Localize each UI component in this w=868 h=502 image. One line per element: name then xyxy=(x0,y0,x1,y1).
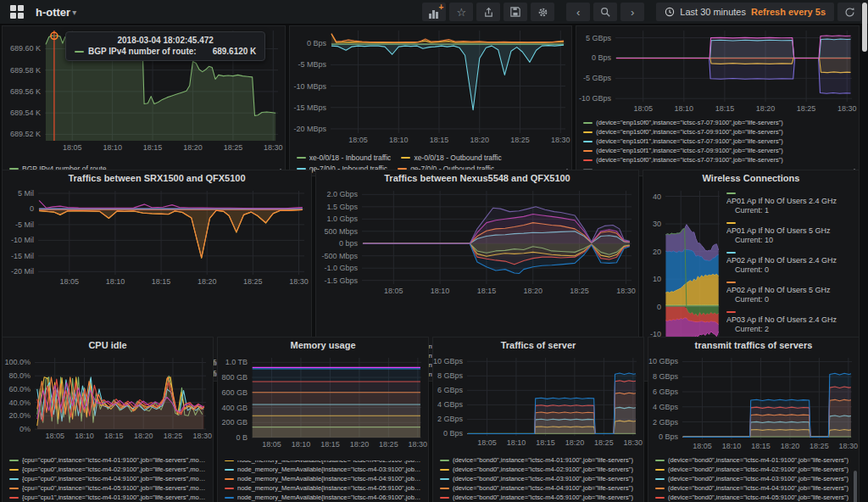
legend-item[interactable]: AP02 Ap If No Of Users 5 GHzCurrent: 0 xyxy=(726,277,855,304)
legend-label: {cpu="cpu0",instance="ictsc-m4-05:9100",… xyxy=(22,483,208,493)
legend-item[interactable]: xe-0/0/18 - Outbound traffic xyxy=(401,153,501,163)
x-tick-label: 18:20 xyxy=(781,442,800,450)
y-tick-label: -5 Mil xyxy=(15,220,34,229)
legend-item[interactable]: (device="enp1s0f1",instance="ictsc-s7-07… xyxy=(583,137,854,146)
legend-item[interactable]: {cpu="cpu0",instance="ictsc-m4-04:9100",… xyxy=(9,474,208,483)
legend-label: AP02 Ap If No Of Users 2.4 GHz xyxy=(726,256,855,265)
chart-server-transmit-traffic[interactable]: 10 GBps8 GBps6 GBps4 GBps2 GBps0 Bps18:0… xyxy=(648,354,859,455)
y-tick-label: 5 Mil xyxy=(18,189,34,198)
legend-swatch xyxy=(655,478,665,480)
y-tick-label: 0 Bps xyxy=(443,429,464,438)
legend-current-value: Current: 10 xyxy=(726,236,855,245)
tooltip-series-label: BGP IPv4 number of route: xyxy=(88,47,197,56)
legend-item[interactable]: (device="enp1s0f0",instance="ictsc-s7-09… xyxy=(583,127,854,137)
legend-item[interactable]: (device="enp1s0f0",instance="ictsc-s7-07… xyxy=(583,118,854,127)
chart-nexus-qfx-traffic[interactable]: 2.0 Gbps1.5 Gbps1.0 Gbps500 Mbps0 bps-50… xyxy=(316,187,638,342)
x-tick-label: 18:10 xyxy=(75,432,94,440)
panel-title[interactable]: transmit traffics of servers xyxy=(648,337,859,354)
legend-item[interactable]: (device="bond0",instance="ictsc-m4-02:91… xyxy=(440,465,638,474)
legend-item[interactable]: (device="bond0",instance="ictsc-m4-01:91… xyxy=(655,455,854,465)
save-button[interactable] xyxy=(504,3,527,21)
panel-title[interactable]: Wireless Connections xyxy=(643,170,859,187)
panel-title[interactable]: Traffics between Nexus5548 and QFX5100 xyxy=(316,170,638,187)
add-panel-button[interactable]: + xyxy=(422,3,446,21)
y-tick-label: 0 xyxy=(30,204,34,213)
legend-item[interactable]: (device="bond0",instance="ictsc-m4-03:91… xyxy=(440,474,638,483)
panel-bgp-routes: 2018-03-04 18:02:45.472 BGP IPv4 number … xyxy=(2,25,286,176)
legend-item[interactable]: AP01 Ap If No Of Users 2.4 GHzCurrent: 1 xyxy=(726,188,855,215)
x-tick-label: 18:25 xyxy=(797,104,816,113)
legend-label: (device="bond0",instance="ictsc-m4-01:91… xyxy=(668,455,849,465)
legend-item[interactable]: AP03 Ap If No Of Users 2.4 GHzCurrent: 2 xyxy=(726,307,855,334)
legend-item[interactable]: {cpu="cpu0",instance="ictsc-m4-01:9100",… xyxy=(9,455,208,465)
panel-title[interactable]: Traffics of server xyxy=(433,337,643,354)
legend-item[interactable]: node_memory_MemAvailable{instance="ictsc… xyxy=(225,474,423,483)
chart-cpu-idle[interactable]: 100.0%80.0%60.0%40.0%20.0%0%18:0518:1018… xyxy=(3,354,213,455)
time-picker[interactable]: Last 30 minutes Refresh every 5s xyxy=(656,3,834,21)
y-tick-label: 8 GBps xyxy=(437,371,464,380)
legend-swatch xyxy=(225,469,234,471)
legend-label: (device="enp1s0f0",instance="ictsc-s7-09… xyxy=(596,127,782,137)
legend-item[interactable]: node_memory_MemAvailable{instance="ictsc… xyxy=(225,493,423,502)
refresh-button[interactable] xyxy=(837,3,861,21)
x-tick-label: 18:10 xyxy=(675,104,694,113)
panel-title[interactable]: CPU idle xyxy=(3,337,213,354)
y-tick-label: 20.0% xyxy=(8,411,31,420)
page-scrollbar[interactable] xyxy=(862,3,867,52)
legend-item[interactable]: (device="bond0",instance="ictsc-m4-03:91… xyxy=(655,474,854,483)
legend-swatch xyxy=(583,150,593,152)
legend-item[interactable]: (device="bond0",instance="ictsc-m4-04:91… xyxy=(655,483,854,493)
legend-item[interactable]: (device="bond0",instance="ictsc-m4-05:91… xyxy=(440,493,638,502)
y-tick-label: 689.58 K xyxy=(10,66,41,75)
panel-server-nic-traffic: 5 GBps0 Bps-5 GBps-10 GBps18:0518:1018:1… xyxy=(576,25,860,176)
y-tick-label: 100.0% xyxy=(4,358,31,366)
legend-item[interactable]: {cpu="cpu0",instance="ictsc-m4-05:9100",… xyxy=(9,483,208,493)
dashboard-picker[interactable]: h-otter ▾ xyxy=(31,6,76,19)
legend-item[interactable]: node_memory_MemAvailable{instance="ictsc… xyxy=(225,465,423,474)
time-back-button[interactable]: ‹ xyxy=(566,3,590,21)
plus-icon: + xyxy=(438,3,443,12)
star-button[interactable]: ☆ xyxy=(449,3,473,21)
settings-button[interactable] xyxy=(531,3,554,21)
y-tick-label: 2 GBps xyxy=(437,415,464,423)
share-button[interactable] xyxy=(476,3,500,21)
zoom-out-button[interactable] xyxy=(593,3,617,21)
y-tick-label: 5 GBps xyxy=(586,34,612,42)
dashboards-icon[interactable] xyxy=(10,5,24,19)
x-tick-label: 18:30 xyxy=(624,438,643,447)
legend-item[interactable]: (device="bond0",instance="ictsc-m4-05:91… xyxy=(655,493,854,502)
chart-server-traffic[interactable]: 10 GBps8 GBps6 GBps4 GBps2 GBps0 Bps18:0… xyxy=(433,354,643,455)
legend-item[interactable]: {cpu="cpu0",instance="ictsc-m4-02:9100",… xyxy=(9,465,208,474)
legend-item[interactable]: node_memory_MemAvailable{instance="ictsc… xyxy=(225,483,423,493)
legend-scrollbar[interactable] xyxy=(854,471,857,502)
legend-item[interactable]: (device="enp1s0f0",instance="ictsc-s7-07… xyxy=(583,155,854,165)
legend-label: (device="bond0",instance="ictsc-m4-03:91… xyxy=(668,474,849,483)
legend-item[interactable]: {cpu="cpu1",instance="ictsc-m4-01:9100",… xyxy=(9,493,208,502)
chart-srx-qfx-traffic[interactable]: 5 Mil0-5 Mil-10 Mil-15 Mil-20 Mil18:0518… xyxy=(3,187,311,336)
y-tick-label: 0 B xyxy=(236,433,248,442)
chart-server-nic-traffic[interactable]: 5 GBps0 Bps-5 GBps-10 GBps18:0518:1018:1… xyxy=(576,26,859,118)
legend-item[interactable]: xe-0/0/18 - Inbound traffic xyxy=(297,153,392,163)
legend-item[interactable]: (device="enp1s0f1",instance="ictsc-s7-09… xyxy=(583,146,854,155)
legend-label: (device="bond0",instance="ictsc-m4-05:91… xyxy=(668,493,849,502)
chart-interface-traffic[interactable]: 0 Bps-5 MBps-10 MBps-15 MBps-20 MBps18:0… xyxy=(290,26,572,153)
y-tick-label: 0% xyxy=(19,425,31,433)
chart-memory-usage[interactable]: 1.0 TB800 GB600 GB400 GB200 GB0 B18:0518… xyxy=(218,354,428,460)
legend-current-value: Current: 0 xyxy=(726,295,855,304)
panel-title[interactable]: Memory usage xyxy=(218,337,428,354)
time-forward-button[interactable]: › xyxy=(620,3,644,21)
share-icon xyxy=(483,7,494,18)
panel-title[interactable]: Traffics between SRX1500 and QFX5100 xyxy=(3,170,311,187)
legend-item[interactable]: (device="bond0",instance="ictsc-m4-04:91… xyxy=(440,483,638,493)
y-tick-label: -1.0 Gbps xyxy=(324,264,358,272)
x-tick-label: 18:10 xyxy=(431,287,450,295)
x-tick-label: 18:30 xyxy=(551,136,570,144)
magnifier-icon xyxy=(600,7,610,17)
legend-item[interactable]: AP02 Ap If No Of Users 2.4 GHzCurrent: 0 xyxy=(726,248,855,275)
y-tick-label: 60.0% xyxy=(8,385,31,393)
y-tick-label: 1.5 Gbps xyxy=(326,203,358,211)
legend-item[interactable]: (device="bond0",instance="ictsc-m4-01:91… xyxy=(440,455,638,465)
legend-item[interactable]: (device="bond0",instance="ictsc-m4-02:91… xyxy=(655,465,854,474)
x-tick-label: 18:20 xyxy=(756,104,776,113)
legend-item[interactable]: AP01 Ap If No Of Users 5 GHzCurrent: 10 xyxy=(726,218,855,245)
